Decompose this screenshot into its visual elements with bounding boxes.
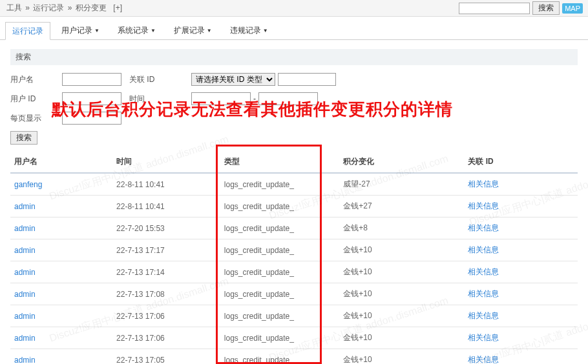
cell-change: 金钱+10 xyxy=(339,261,464,283)
cell-type: logs_credit_update_ xyxy=(220,239,339,261)
tab-0[interactable]: 运行记录 xyxy=(5,22,50,40)
tab-1[interactable]: 用户记录▼ xyxy=(54,22,107,39)
cell-change: 金钱+10 xyxy=(339,349,464,365)
cell-type: logs_credit_update_ xyxy=(220,349,339,365)
breadcrumb-p2[interactable]: 运行记录 xyxy=(33,3,64,12)
topbar: 工具 » 运行记录 » 积分变更 [+] 搜索 MAP xyxy=(0,0,588,17)
input-relid[interactable] xyxy=(278,73,336,86)
tab-label: 运行记录 xyxy=(12,26,43,37)
cell-time: 22-7-13 17:05 xyxy=(112,349,220,365)
cell-username[interactable]: admin xyxy=(14,312,36,321)
related-link[interactable]: 相关信息 xyxy=(468,311,499,320)
chevron-down-icon: ▼ xyxy=(263,28,268,34)
label-username: 用户名 xyxy=(10,74,62,85)
table-row: admin22-7-13 17:05logs_credit_update_金钱+… xyxy=(10,349,578,365)
cell-type: logs_credit_update_ xyxy=(220,217,339,239)
cell-change: 金钱+10 xyxy=(339,239,464,261)
cell-username[interactable]: admin xyxy=(14,202,36,211)
result-table: 用户名 时间 类型 积分变化 关联 ID ganfeng22-8-11 10:4… xyxy=(10,151,578,364)
cell-username[interactable]: admin xyxy=(14,334,36,343)
chevron-down-icon: ▼ xyxy=(151,28,156,34)
table-row: admin22-7-20 15:53logs_credit_update_金钱+… xyxy=(10,217,578,239)
cell-type: logs_credit_update_ xyxy=(220,283,339,305)
breadcrumb-plus[interactable]: [+] xyxy=(113,3,122,12)
table-row: admin22-7-13 17:06logs_credit_update_金钱+… xyxy=(10,305,578,327)
tab-label: 系统记录 xyxy=(118,25,149,36)
table-row: admin22-7-13 17:14logs_credit_update_金钱+… xyxy=(10,261,578,283)
col-type: 类型 xyxy=(220,151,339,173)
cell-username[interactable]: admin xyxy=(14,246,36,255)
col-time: 时间 xyxy=(112,151,220,173)
related-link[interactable]: 相关信息 xyxy=(468,355,499,364)
cell-username[interactable]: ganfeng xyxy=(14,180,42,189)
select-reltype[interactable]: 请选择关联 ID 类型 ▼ xyxy=(191,73,275,86)
label-relid: 关联 ID xyxy=(129,74,168,85)
cell-username[interactable]: admin xyxy=(14,268,36,277)
cell-time: 22-7-13 17:14 xyxy=(112,261,220,283)
related-link[interactable]: 相关信息 xyxy=(468,289,499,298)
annotation-text: 默认后台积分记录无法查看其他插件变更积分的详情 xyxy=(52,98,453,121)
map-tag[interactable]: MAP xyxy=(562,3,583,14)
cell-change: 金钱+10 xyxy=(339,305,464,327)
cell-time: 22-7-13 17:17 xyxy=(112,239,220,261)
cell-change: 金钱+27 xyxy=(339,196,464,217)
cell-change: 金钱+10 xyxy=(339,283,464,305)
section-search-header: 搜索 xyxy=(10,49,578,65)
tab-2[interactable]: 系统记录▼ xyxy=(110,22,163,39)
col-change: 积分变化 xyxy=(339,151,464,173)
tab-4[interactable]: 违规记录▼ xyxy=(223,22,275,39)
cell-change: 金钱+10 xyxy=(339,327,464,349)
input-username[interactable] xyxy=(62,73,121,86)
cell-username[interactable]: admin xyxy=(14,290,36,299)
table-row: admin22-7-13 17:17logs_credit_update_金钱+… xyxy=(10,239,578,261)
cell-type: logs_credit_update_ xyxy=(220,261,339,283)
breadcrumb-p1[interactable]: 工具 xyxy=(6,3,22,12)
chevron-down-icon: ▼ xyxy=(94,28,100,34)
tab-label: 扩展记录 xyxy=(174,25,205,36)
filter-search-button[interactable]: 搜索 xyxy=(10,131,37,145)
col-username: 用户名 xyxy=(10,151,112,173)
global-search-input[interactable] xyxy=(459,3,530,14)
cell-time: 22-7-13 17:06 xyxy=(112,327,220,349)
cell-time: 22-7-20 15:53 xyxy=(112,217,220,239)
cell-time: 22-7-13 17:06 xyxy=(112,305,220,327)
tab-label: 用户记录 xyxy=(61,25,92,36)
tab-label: 违规记录 xyxy=(230,25,261,36)
table-row: admin22-7-13 17:08logs_credit_update_金钱+… xyxy=(10,283,578,305)
cell-username[interactable]: admin xyxy=(14,356,36,365)
cell-time: 22-8-11 10:41 xyxy=(112,173,220,196)
cell-time: 22-7-13 17:08 xyxy=(112,283,220,305)
table-row: ganfeng22-8-11 10:41logs_credit_update_威… xyxy=(10,173,578,196)
related-link[interactable]: 相关信息 xyxy=(468,267,499,276)
cell-type: logs_credit_update_ xyxy=(220,173,339,196)
col-relid: 关联 ID xyxy=(464,151,578,173)
cell-type: logs_credit_update_ xyxy=(220,196,339,217)
cell-type: logs_credit_update_ xyxy=(220,305,339,327)
table-row: admin22-8-11 10:41logs_credit_update_金钱+… xyxy=(10,196,578,217)
cell-username[interactable]: admin xyxy=(14,224,36,233)
global-search-button[interactable]: 搜索 xyxy=(532,1,560,15)
cell-time: 22-8-11 10:41 xyxy=(112,196,220,217)
related-link[interactable]: 相关信息 xyxy=(468,223,499,232)
tab-3[interactable]: 扩展记录▼ xyxy=(167,22,219,39)
related-link[interactable]: 相关信息 xyxy=(468,333,499,342)
topbar-right: 搜索 MAP xyxy=(459,1,583,15)
breadcrumb: 工具 » 运行记录 » 积分变更 [+] xyxy=(5,3,123,14)
related-link[interactable]: 相关信息 xyxy=(468,245,499,254)
cell-change: 威望-27 xyxy=(339,173,464,196)
nav-tabs: 运行记录用户记录▼系统记录▼扩展记录▼违规记录▼ xyxy=(0,17,588,40)
cell-change: 金钱+8 xyxy=(339,217,464,239)
table-row: admin22-7-13 17:06logs_credit_update_金钱+… xyxy=(10,327,578,349)
related-link[interactable]: 相关信息 xyxy=(468,201,499,210)
cell-type: logs_credit_update_ xyxy=(220,327,339,349)
related-link[interactable]: 相关信息 xyxy=(468,179,499,188)
breadcrumb-p3[interactable]: 积分变更 xyxy=(76,3,107,12)
chevron-down-icon: ▼ xyxy=(207,28,212,34)
